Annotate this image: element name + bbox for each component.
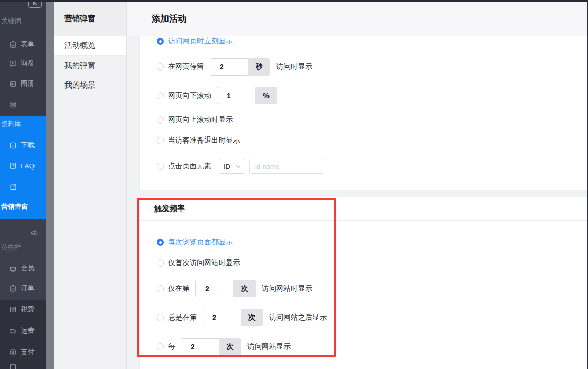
nth-visit-input[interactable] [195,280,233,297]
unit-seconds: 秒 [248,58,270,76]
sidebar-item-announce[interactable] [30,229,38,237]
faq-icon: ? [9,162,17,170]
secondary-sidebar: 营销弹窗 活动概览 我的弹窗 我的场景 [54,2,127,369]
every-nth-input-group: 次 [181,338,241,356]
page-title: 添加活动 [152,13,187,25]
stay-seconds-input[interactable] [210,58,248,76]
radio-unselected[interactable] [157,63,164,71]
sidebar-scrollbar[interactable] [46,2,54,369]
radio-unselected[interactable] [157,343,164,350]
sidebar-item-member[interactable]: 会员 [9,263,35,273]
sidebar-item-inquiry[interactable]: ¥ 询盘 [9,59,35,68]
seconds-input-group: 秒 [210,58,270,76]
radio-unselected[interactable] [157,285,164,292]
percent-input-group: % [217,87,277,104]
box-icon [9,363,17,369]
sidebar-item-more[interactable] [9,363,17,369]
option-every-pageview[interactable]: 每次浏览页面都显示 [157,238,233,247]
sidebar-item-tax[interactable]: ¥ 税费 [9,305,35,314]
expand-icon [9,183,18,191]
radio-unselected[interactable] [157,314,164,321]
sidebar-item-my-scenes[interactable]: 我的场景 [54,75,126,95]
truck-icon [9,327,17,335]
option-nth-visit-only[interactable]: 仅在第 次 访问网站时显示 [157,280,312,297]
sidebar-item-form[interactable]: 表单 [9,40,35,49]
unit-times: 次 [233,280,256,297]
option-click-element[interactable]: 点击页面元素 ID [157,159,324,174]
layers-icon [9,100,18,109]
after-nth-visit-input[interactable] [203,309,241,326]
nth-visit-input-group: 次 [195,280,256,297]
section-title-frequency: 触发频率 [154,204,185,214]
option-show-immediately[interactable]: 访问网页时立刻显示 [157,37,233,46]
radio-selected[interactable] [157,38,164,45]
svg-text:¥: ¥ [12,61,14,65]
app-window: K 关键词 表单 ¥ 询盘 图册 资料库 下载 ? FAQ 营销弹窗 [0,0,588,369]
after-nth-input-group: 次 [203,309,263,326]
radio-unselected[interactable] [157,92,164,99]
chevron-down-icon [236,165,241,168]
radio-unselected[interactable] [157,116,164,124]
option-exit-intent[interactable]: 当访客准备退出时显示 [157,136,240,145]
option-every-nth-visit[interactable]: 每 次 访问网站显示 [157,338,291,356]
scroll-percent-input[interactable] [217,87,255,104]
main-content: 添加活动 访问网页时立刻显示 在网页停留 秒 访问时显示 [127,2,587,369]
trigger-frequency-card: 触发频率 每次浏览页面都显示 仅首次访问网站时显示 仅在第 次 [139,197,587,369]
download-icon [9,142,17,149]
option-first-visit-only[interactable]: 仅首次访问网站时显示 [157,258,240,268]
speaker-icon [30,229,38,237]
section-divider [140,220,587,221]
radio-unselected[interactable] [157,163,164,170]
option-stay-seconds[interactable]: 在网页停留 秒 访问时显示 [157,58,312,76]
page-header: 添加活动 [127,2,587,36]
order-icon [9,285,17,292]
tax-icon: ¥ [9,306,17,313]
element-id-input[interactable] [249,159,324,174]
svg-text:$: $ [12,350,14,355]
sidebar-item-my-popups[interactable]: 我的弹窗 [54,56,126,75]
primary-sidebar: K 关键词 表单 ¥ 询盘 图册 资料库 下载 ? FAQ 营销弹窗 [0,0,46,369]
svg-text:¥: ¥ [12,308,14,311]
album-icon [9,80,17,88]
sidebar-item-shipping[interactable]: 运费 [9,326,35,336]
secondary-sidebar-title: 营销弹窗 [54,2,126,36]
sidebar-item-payment[interactable]: $ 支付 [9,347,35,357]
sidebar-section-library: 资料库 [1,119,21,129]
sidebar-item-layers[interactable] [9,100,18,109]
payment-icon: $ [9,348,17,356]
sidebar-section-keywords: 关键词 [1,16,21,26]
radio-unselected[interactable] [157,259,164,267]
radio-unselected[interactable] [157,137,164,144]
unit-times: 次 [219,338,241,356]
display-timing-card: 访问网页时立刻显示 在网页停留 秒 访问时显示 网页向下滚动 [139,36,587,190]
inquiry-icon: ¥ [9,60,17,67]
main-body: 访问网页时立刻显示 在网页停留 秒 访问时显示 网页向下滚动 [127,36,587,369]
sidebar-item-activity-overview[interactable]: 活动概览 [54,36,126,56]
sidebar-item-album[interactable]: 图册 [9,79,35,89]
top-window-bar [0,0,588,2]
sidebar-item-faq[interactable]: ? FAQ [9,162,35,170]
sidebar-section-bulletin: 公告栏 [1,243,21,252]
unit-times: 次 [241,309,263,326]
crown-icon [9,265,17,272]
sidebar-item-expand[interactable] [9,183,18,191]
option-scroll-down[interactable]: 网页向下滚动 % [157,87,277,104]
sidebar-item-download[interactable]: 下载 [9,140,35,150]
every-nth-visit-input[interactable] [181,338,219,356]
radio-selected[interactable] [157,239,164,246]
unit-percent: % [255,87,277,104]
sidebar-item-order[interactable]: 订单 [9,284,35,293]
option-after-nth-visit[interactable]: 总是在第 次 访问网站之后显示 [157,309,327,326]
sidebar-section-marketing-popup[interactable]: 营销弹窗 [1,202,28,212]
element-type-select[interactable]: ID [219,159,245,174]
svg-text:?: ? [12,163,14,168]
form-icon [9,41,17,48]
option-scroll-up[interactable]: 网页向上滚动时显示 [157,115,233,125]
